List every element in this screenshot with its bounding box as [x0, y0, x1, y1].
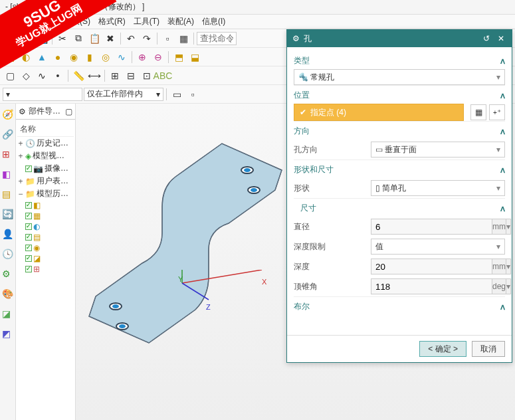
- bend-icon[interactable]: ⬓: [187, 50, 202, 64]
- menu-info[interactable]: 信息(I): [199, 15, 228, 29]
- reuse-icon[interactable]: 🔄: [2, 209, 14, 221]
- tipangle-label: 顶锥角: [294, 281, 367, 292]
- copy-icon[interactable]: ⧉: [71, 31, 86, 46]
- section-shape[interactable]: 形状和尺寸: [294, 164, 334, 175]
- flange-icon[interactable]: ⬒: [171, 50, 186, 64]
- assembly-icon[interactable]: 🔗: [2, 129, 14, 141]
- cone-icon[interactable]: ▲: [35, 50, 49, 64]
- tipangle-input[interactable]: [371, 278, 492, 294]
- text-icon[interactable]: ABC: [155, 68, 170, 83]
- chk6[interactable]: [25, 255, 32, 262]
- feat5-icon: ◉: [33, 243, 40, 253]
- close-icon[interactable]: ✕: [496, 34, 506, 43]
- add-point-icon[interactable]: +⁺: [489, 104, 505, 120]
- filter-combo-2[interactable]: 仅在工作部件内▾: [84, 88, 163, 101]
- curve-icon[interactable]: ∿: [35, 68, 49, 83]
- view2-icon[interactable]: ⊟: [124, 68, 138, 83]
- section-direction[interactable]: 方向: [294, 126, 310, 137]
- history-icon[interactable]: 🕓: [2, 249, 14, 261]
- shape-dropdown[interactable]: ▯ 简单孔 ▾: [371, 180, 505, 196]
- layer-icon[interactable]: ▤: [2, 189, 14, 201]
- part-icon[interactable]: ◧: [2, 169, 14, 181]
- node-history[interactable]: 历史记…: [37, 138, 68, 149]
- sketch-point-icon[interactable]: ▦: [470, 104, 486, 120]
- diameter-dd-icon[interactable]: ▾: [506, 219, 511, 235]
- sim-icon[interactable]: ⚙: [2, 268, 14, 280]
- section-type[interactable]: 类型: [294, 55, 310, 66]
- cube-icon: ◈: [25, 152, 31, 161]
- unit-deg: deg: [492, 278, 506, 294]
- nav-icon[interactable]: 🧭: [2, 109, 14, 121]
- view1-icon[interactable]: ⊞: [108, 68, 122, 83]
- node-camera[interactable]: 摄像…: [45, 163, 68, 174]
- ok-button[interactable]: < 确定 >: [419, 341, 466, 357]
- cancel-button[interactable]: 取消: [472, 341, 505, 357]
- chk3[interactable]: [25, 223, 32, 230]
- select2-icon[interactable]: ▫: [185, 87, 200, 102]
- extrude-icon[interactable]: ▮: [82, 50, 97, 64]
- sweep-icon[interactable]: ∿: [114, 50, 129, 64]
- reset-icon[interactable]: ↺: [481, 34, 492, 43]
- chk2[interactable]: [25, 213, 32, 219]
- sphere-icon[interactable]: ●: [51, 50, 65, 64]
- section-position[interactable]: 位置: [294, 90, 310, 101]
- subtract-icon[interactable]: ⊖: [151, 50, 165, 64]
- feature-icon[interactable]: ▫: [160, 31, 175, 46]
- point-icon[interactable]: •: [51, 68, 65, 83]
- simple-hole-icon: ▯: [375, 183, 380, 193]
- axis-y-label: Y: [178, 275, 183, 283]
- chk4[interactable]: [25, 234, 32, 241]
- select-icon[interactable]: ▭: [169, 87, 184, 102]
- camera-icon: 📷: [33, 164, 43, 173]
- direction-dropdown[interactable]: ▭ 垂直于面 ▾: [371, 142, 505, 158]
- view3-icon[interactable]: ⊡: [140, 68, 154, 83]
- diameter-input[interactable]: [371, 219, 492, 235]
- node-userexp[interactable]: 用户表…: [37, 175, 68, 187]
- role-icon[interactable]: 👤: [2, 229, 14, 241]
- caret-up-icon-6[interactable]: ʌ: [500, 302, 505, 312]
- app2-icon[interactable]: ◩: [2, 328, 14, 340]
- section-boolean[interactable]: 布尔: [294, 301, 310, 312]
- delete-icon[interactable]: ✖: [103, 31, 118, 46]
- chk5[interactable]: [25, 245, 32, 251]
- tipangle-dd-icon[interactable]: ▾: [506, 278, 511, 294]
- app1-icon[interactable]: ◪: [2, 308, 14, 320]
- filter-combo-1[interactable]: ▾: [3, 88, 82, 101]
- constraint-icon[interactable]: ⊞: [2, 149, 14, 161]
- menu-tool[interactable]: 工具(T): [131, 15, 162, 29]
- point-selection-band[interactable]: ✔ 指定点 (4): [294, 104, 464, 121]
- datum-icon[interactable]: ◇: [19, 68, 33, 83]
- caret-up-icon-3[interactable]: ʌ: [500, 127, 505, 136]
- node-modelview[interactable]: 模型视…: [33, 150, 64, 161]
- depth-dd-icon[interactable]: ▾: [506, 259, 511, 274]
- render-icon[interactable]: 🎨: [2, 288, 14, 300]
- caret-up-icon-4[interactable]: ʌ: [500, 165, 505, 175]
- caret-up-icon[interactable]: ʌ: [500, 56, 505, 66]
- menu-format[interactable]: 格式(R): [96, 15, 128, 29]
- depth-input[interactable]: [371, 259, 492, 274]
- chk7[interactable]: [25, 266, 32, 272]
- caret-up-icon-5[interactable]: ʌ: [500, 204, 505, 213]
- caret-up-icon-2[interactable]: ʌ: [500, 91, 505, 100]
- nav-gear-icon[interactable]: ⚙: [19, 107, 26, 116]
- hole-icon[interactable]: ◉: [66, 50, 81, 64]
- menu-assembly[interactable]: 装配(A): [165, 15, 197, 29]
- node-modelhist[interactable]: 模型历…: [37, 188, 68, 199]
- chk1[interactable]: [25, 202, 32, 209]
- dimension-icon[interactable]: ⟷: [87, 68, 102, 83]
- depthlimit-dropdown[interactable]: 值 ▾: [371, 239, 505, 255]
- checkbox-icon[interactable]: [25, 165, 32, 172]
- pattern-icon[interactable]: ▦: [176, 31, 191, 46]
- dialog-titlebar[interactable]: ⚙ 孔 ↺ ✕: [287, 30, 512, 47]
- sketch-icon[interactable]: ▢: [3, 68, 17, 83]
- section-dimension[interactable]: 尺寸: [300, 203, 316, 214]
- redo-icon[interactable]: ↷: [140, 31, 154, 46]
- measure-icon[interactable]: 📏: [71, 68, 86, 83]
- paste-icon[interactable]: 📋: [87, 31, 102, 46]
- type-dropdown[interactable]: 🔩 常规孔 ▾: [294, 69, 505, 85]
- unite-icon[interactable]: ⊕: [135, 50, 150, 64]
- revolve-icon[interactable]: ◎: [98, 50, 113, 64]
- undo-icon[interactable]: ↶: [124, 31, 138, 46]
- search-input[interactable]: [197, 32, 237, 45]
- nav-pin-icon[interactable]: ▢: [65, 107, 72, 116]
